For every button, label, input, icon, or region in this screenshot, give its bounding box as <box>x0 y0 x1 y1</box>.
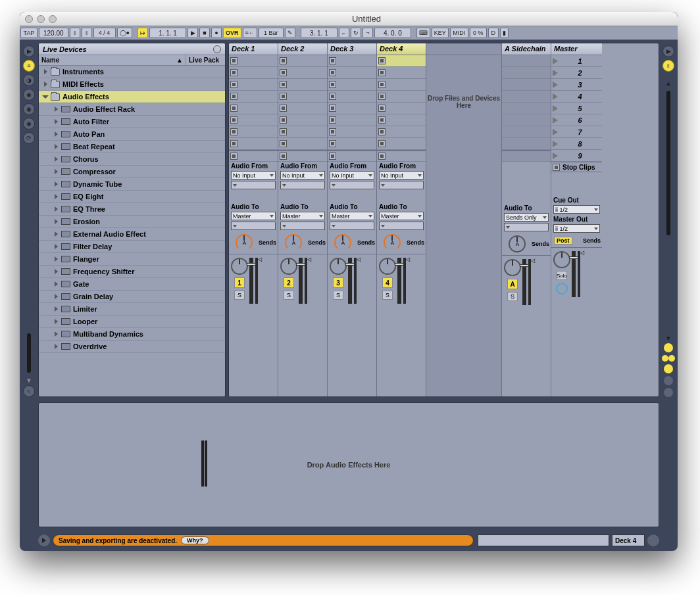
clip-slot[interactable] <box>377 126 426 138</box>
browser-item[interactable]: Limiter <box>39 303 225 316</box>
send-knob[interactable]: A <box>236 234 253 251</box>
audio-to-channel-select[interactable] <box>379 222 424 230</box>
track-activator-button[interactable]: 4 <box>382 277 393 288</box>
browser-item[interactable]: Audio Effects <box>39 91 225 103</box>
detail-view-toggle-icon[interactable] <box>647 535 659 546</box>
sends-toggle-icon[interactable] <box>662 355 668 362</box>
clip-slot[interactable] <box>328 79 376 91</box>
scene-slot[interactable]: 1 <box>551 55 602 67</box>
stop-icon[interactable] <box>329 81 336 88</box>
position-field[interactable]: 1. 1. 1 <box>149 28 186 38</box>
browser-tab-plugins-icon[interactable]: ◑ <box>23 74 35 86</box>
track-activator-button[interactable]: A <box>507 279 518 289</box>
stop-icon[interactable] <box>280 69 287 76</box>
volume-fader[interactable] <box>299 258 303 304</box>
audio-to-select[interactable]: Master <box>379 212 424 220</box>
preview-volume-slider[interactable] <box>27 333 31 373</box>
browser-item[interactable]: Audio Effect Rack <box>39 103 225 116</box>
stop-icon[interactable] <box>280 153 287 160</box>
track-status-row[interactable] <box>377 150 426 162</box>
stop-icon[interactable] <box>230 93 238 100</box>
clip-slot[interactable] <box>229 114 278 126</box>
record-icon[interactable]: ● <box>211 28 222 38</box>
stop-icon[interactable] <box>329 153 336 160</box>
clip-slot[interactable] <box>328 114 376 126</box>
triangle-right-icon[interactable] <box>53 281 59 287</box>
clip-slot[interactable] <box>278 79 327 91</box>
clip-slot[interactable] <box>377 91 426 103</box>
track-status-row[interactable] <box>229 150 278 162</box>
audio-to-channel-select[interactable] <box>231 222 276 230</box>
stop-icon[interactable] <box>329 69 336 76</box>
stop-icon[interactable] <box>378 69 386 76</box>
scene-slot[interactable]: 6 <box>551 114 602 126</box>
audio-from-select[interactable]: No Input <box>379 171 424 179</box>
audio-to-channel-select[interactable] <box>280 222 325 230</box>
punch-in-icon[interactable]: ⌐ <box>339 28 349 38</box>
pan-knob[interactable] <box>231 258 248 275</box>
track-activator-button[interactable]: 2 <box>284 277 294 288</box>
nudge-up-icon[interactable]: ⦀ <box>82 28 92 38</box>
stop-icon[interactable] <box>280 140 287 147</box>
timesig-field[interactable]: 4 / 4 <box>93 28 116 38</box>
master-out-select[interactable]: ii 1/2 <box>553 224 600 233</box>
sort-asc-icon[interactable]: ▲ <box>176 57 183 64</box>
stop-icon[interactable] <box>230 140 238 147</box>
stop-icon[interactable] <box>378 105 386 112</box>
clip-slot[interactable] <box>229 138 278 150</box>
clip-slot[interactable] <box>278 55 327 67</box>
triangle-right-icon[interactable] <box>53 219 59 224</box>
track-header[interactable]: A Sidechain <box>502 43 551 55</box>
audio-from-select[interactable]: No Input <box>280 171 325 179</box>
browser-item[interactable]: Overdrive <box>39 341 225 353</box>
stop-icon[interactable] <box>329 105 336 112</box>
loop-length-field[interactable]: 4. 0. 0 <box>374 28 411 38</box>
browser-item[interactable]: Filter Delay <box>39 241 225 253</box>
clip-slot[interactable] <box>328 91 376 103</box>
punch-out-icon[interactable]: ¬ <box>362 28 373 38</box>
solo-button[interactable]: S <box>507 292 518 301</box>
clip-slot[interactable] <box>278 114 327 126</box>
browser-item[interactable]: Beat Repeat <box>39 141 225 153</box>
returns-toggle-icon[interactable] <box>668 355 675 362</box>
scene-slot[interactable]: 3 <box>551 79 602 91</box>
clip-slot[interactable] <box>229 91 278 103</box>
clip-slot[interactable] <box>229 55 278 67</box>
volume-fader[interactable] <box>249 258 253 304</box>
clip-slot[interactable] <box>229 103 278 114</box>
device-chain-panel[interactable]: Drop Audio Effects Here <box>38 402 659 527</box>
audio-from-channel-select[interactable] <box>330 181 374 189</box>
track-status-row[interactable] <box>278 150 327 162</box>
stop-icon[interactable] <box>280 128 287 135</box>
scene-slot[interactable]: 2 <box>551 67 602 79</box>
triangle-right-icon[interactable] <box>53 231 59 237</box>
browser-col-name[interactable]: Name <box>41 57 59 64</box>
scene-play-icon[interactable] <box>553 82 558 88</box>
why-button[interactable]: Why? <box>181 536 209 544</box>
audio-to-channel-select[interactable] <box>330 222 374 230</box>
back-to-arrangement-icon[interactable]: ≡← <box>243 28 257 38</box>
track-header[interactable]: Deck 4 <box>377 43 426 55</box>
browser-list[interactable]: InstrumentsMIDI EffectsAudio EffectsAudi… <box>39 66 225 396</box>
stop-all-icon[interactable] <box>553 164 560 171</box>
clip-slot[interactable] <box>377 55 426 67</box>
stop-icon[interactable] <box>280 105 287 112</box>
browser-item[interactable]: Compressor <box>39 166 225 178</box>
audio-to-select[interactable]: Master <box>330 212 374 220</box>
delay-toggle-icon[interactable] <box>664 376 673 385</box>
pan-knob[interactable] <box>553 251 570 268</box>
close-icon[interactable] <box>25 15 33 23</box>
stop-icon[interactable] <box>230 153 238 160</box>
audio-from-channel-select[interactable] <box>379 181 424 189</box>
browser-item[interactable]: Erosion <box>39 216 225 228</box>
triangle-right-icon[interactable] <box>53 269 59 274</box>
track-activator-button[interactable]: 3 <box>333 277 343 288</box>
cue-out-select[interactable]: ii 1/2 <box>553 205 600 214</box>
track-header[interactable]: Deck 3 <box>328 43 376 55</box>
clip-slot[interactable] <box>377 103 426 114</box>
clip-slot[interactable] <box>278 67 327 79</box>
drop-tracks-area[interactable]: Drop Files and Devices Here <box>426 43 502 396</box>
triangle-right-icon[interactable] <box>53 194 59 199</box>
browser-tab-1-icon[interactable]: ▶ <box>23 45 35 57</box>
clip-slot[interactable] <box>328 55 376 67</box>
